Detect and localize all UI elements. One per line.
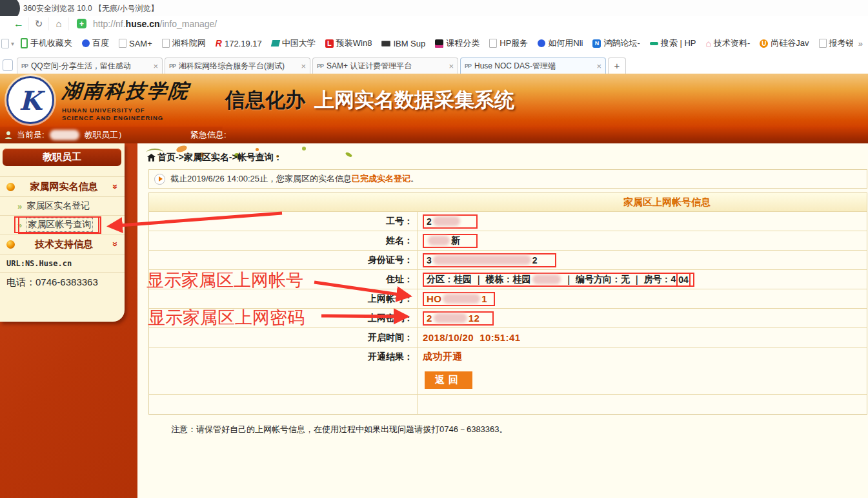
address-bar[interactable]: + http://nf.huse.cn/info_manage/ [69, 17, 868, 31]
browser-tab[interactable]: PPHuse NOC DAS-管理端× [460, 57, 606, 74]
tab-close-icon[interactable]: × [301, 61, 306, 71]
url-domain: huse.cn [126, 19, 160, 29]
empty-row [149, 395, 867, 414]
field-value: 2018/10/20 10:51:41 [417, 328, 867, 347]
arrow-icon: » [17, 220, 22, 230]
table-row: 上网帐号：HO1 [149, 289, 867, 309]
bar-icon [650, 42, 658, 45]
screen: 360安全浏览器 10.0 【无痕/小号浏览】 ← ↻ ⌂ + http://n… [0, 0, 868, 498]
site-safety-icon[interactable]: + [77, 19, 86, 28]
bookmark-item[interactable]: 搜索 | HP [650, 37, 696, 49]
bookmark-label: SAM+ [129, 39, 152, 48]
tab-close-icon[interactable]: × [449, 61, 454, 71]
tab-title: SAM+ 认证计费管理平台 [327, 61, 446, 72]
bookmark-label: 手机收藏夹 [30, 37, 72, 49]
value-text: 新 [451, 235, 460, 247]
sidebar-item[interactable]: »家属区帐号查询 [0, 215, 125, 234]
bookmark-item[interactable]: R172.19.17 [216, 38, 262, 48]
browser-titlebar: 360安全浏览器 10.0 【无痕/小号浏览】 [0, 0, 868, 16]
url-text[interactable]: http://nf.huse.cn/info_manage/ [93, 19, 217, 29]
bookmark-label: 课程分类 [446, 37, 479, 49]
bookmark-label: 中国大学 [282, 37, 316, 49]
bookmark-item[interactable]: HP服务 [489, 37, 528, 49]
sidebar-group[interactable]: 技术支持信息» [0, 234, 125, 254]
letter-square-icon: L [325, 39, 334, 48]
table-rows: 工号：2姓名：新身份证号：32住址：分区：桂园 ｜ 楼栋：桂园 ｜ 编号方向：无… [149, 212, 867, 366]
sidebar-group[interactable]: 家属网实名信息» [0, 176, 125, 196]
page-icon [819, 39, 827, 48]
dark-grid-icon [435, 39, 443, 48]
page-icon [162, 39, 170, 48]
user-icon [4, 130, 13, 140]
bookmarks-list: 手机收藏夹百度SAM+湘科院网R172.19.17中国大学L预装Win8IBM … [21, 37, 853, 49]
bookmark-item[interactable]: 手机收藏夹 [21, 37, 72, 49]
house-icon: ⌂ [706, 38, 711, 48]
browser-tab[interactable]: PPSAM+ 认证计费管理平台× [312, 57, 458, 74]
annotation-box: 新 [423, 234, 478, 248]
bookmark-item[interactable]: 湘科院网 [162, 37, 206, 49]
return-button[interactable]: 返回 [425, 371, 472, 389]
system-title: 信息化办 上网实名数据采集系统 [225, 87, 514, 114]
home-icon[interactable]: ⌂ [49, 17, 69, 30]
back-icon[interactable]: ← [9, 17, 29, 30]
university-en-line1: HUNAN UNIVERSITY OF [62, 107, 190, 114]
browser-toolbar: ← ↻ ⌂ + http://nf.huse.cn/info_manage/ [0, 16, 868, 32]
browser-tab[interactable]: PPQQ空间-分享生活，留住感动× [17, 57, 163, 74]
refresh-icon[interactable]: ↻ [29, 17, 49, 30]
tab-close-icon[interactable]: × [153, 61, 158, 71]
university-logo: K [6, 76, 54, 124]
page-banner: K 湖南科技学院 HUNAN UNIVERSITY OF SCIENCE AND… [0, 74, 868, 127]
university-name: 湖南科技学院 [61, 78, 191, 105]
web-page: K 湖南科技学院 HUNAN UNIVERSITY OF SCIENCE AND… [0, 74, 868, 498]
bookmark-item[interactable]: 报考锐捷 [819, 37, 853, 49]
bookmark-label: 预装Win8 [336, 37, 372, 49]
bookmark-item[interactable]: 如何用Nli [538, 37, 583, 49]
main-content: 首页->家属区实名->帐号查询： 截止2019/6/26 14:00:25止，您… [137, 143, 868, 498]
tab-title: Huse NOC DAS-管理端 [474, 61, 594, 72]
bookmark-item[interactable]: ⌂技术资料- [706, 37, 751, 49]
new-tab-button[interactable]: + [608, 57, 626, 74]
bookmark-item[interactable]: IBM Sup [381, 39, 425, 48]
home-icon [147, 154, 156, 161]
bookmark-item[interactable]: U尚硅谷Jav [760, 37, 809, 49]
paw-icon [82, 39, 90, 47]
redacted-blur [434, 313, 467, 323]
bookmarks-bar: ▾ 手机收藏夹百度SAM+湘科院网R172.19.17中国大学L预装Win8IB… [0, 31, 868, 56]
notice-post: 。 [410, 174, 419, 183]
bookmarks-dropdown-icon[interactable]: ▾ [11, 40, 14, 47]
bookmark-label: IBM Sup [393, 39, 425, 48]
bookmark-item[interactable]: 课程分类 [435, 37, 479, 49]
table-row: 上网密码：212 [149, 309, 867, 328]
field-value [417, 395, 867, 414]
bookmark-item[interactable]: 百度 [82, 37, 109, 49]
paw-icon [538, 39, 545, 47]
annotation-box: 32 [423, 253, 556, 267]
tab-panel-icon[interactable] [3, 59, 13, 71]
bookmark-item[interactable]: SAM+ [119, 39, 152, 48]
tab-title: 湘科院网络综合服务平台(测试) [179, 61, 298, 72]
university-en-line2: SCIENCE AND ENGINEERING [62, 114, 190, 122]
bookmark-item[interactable]: L预装Win8 [325, 37, 372, 49]
value-text: 2 [427, 216, 432, 227]
footer-note: 注意：请保管好自己的上网帐号信息，在使用过程中如果出现问题请拨打0746－638… [171, 424, 508, 435]
bookmarks-overflow-icon[interactable]: » [858, 39, 863, 48]
field-label: 身份证号： [149, 251, 417, 269]
table-row: 工号：2 [149, 212, 867, 231]
bookmarks-menu[interactable]: ▾ [1, 39, 14, 48]
tab-close-icon[interactable]: × [596, 61, 601, 71]
bookmark-item[interactable]: N鸿鹄论坛- [592, 37, 640, 49]
emblem-letter: K [19, 85, 42, 116]
account-info-table: 家属区上网帐号信息 工号：2姓名：新身份证号：32住址：分区：桂园 ｜ 楼栋：桂… [148, 192, 867, 415]
annotation-box: 212 [423, 311, 494, 326]
university-name-en: HUNAN UNIVERSITY OF SCIENCE AND ENGINEER… [62, 107, 190, 122]
bookmark-item[interactable]: 中国大学 [272, 37, 316, 49]
bookmark-label: 搜索 | HP [661, 37, 696, 49]
browser-tab[interactable]: PP湘科院网络综合服务平台(测试)× [165, 57, 310, 74]
current-user-role: 教职员工） [85, 129, 126, 141]
bookmark-label: 如何用Nli [548, 37, 583, 49]
sidebar-item[interactable]: »家属区实名登记 [0, 196, 125, 215]
redacted-blur [428, 236, 450, 245]
tab-favicon: PP [465, 63, 471, 69]
redacted-blur [443, 294, 480, 304]
swoosh-icon: N [592, 39, 601, 48]
